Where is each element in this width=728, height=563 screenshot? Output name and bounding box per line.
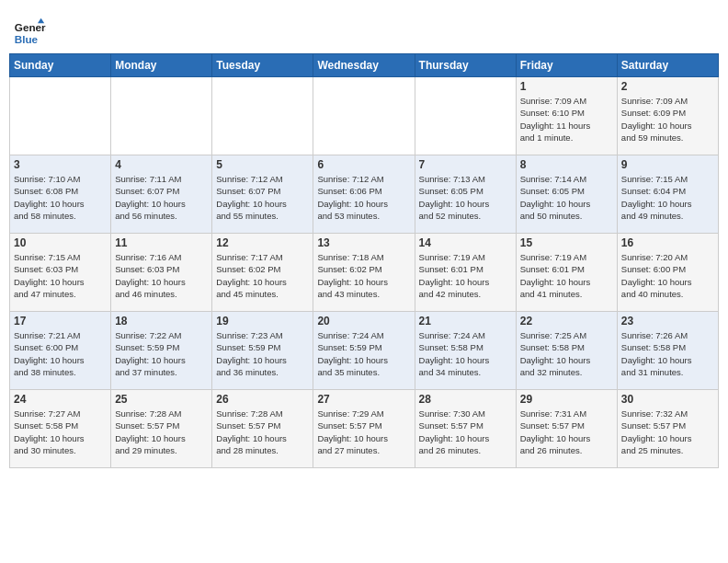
day-detail: Sunrise: 7:16 AM Sunset: 6:03 PM Dayligh… xyxy=(115,251,208,300)
day-number: 30 xyxy=(621,393,714,406)
calendar-cell xyxy=(10,77,111,155)
calendar-cell: 11Sunrise: 7:16 AM Sunset: 6:03 PM Dayli… xyxy=(111,234,212,312)
day-detail: Sunrise: 7:27 AM Sunset: 5:58 PM Dayligh… xyxy=(14,408,107,456)
day-number: 14 xyxy=(419,236,512,249)
day-number: 22 xyxy=(520,315,613,327)
calendar-cell: 24Sunrise: 7:27 AM Sunset: 5:58 PM Dayli… xyxy=(10,390,111,468)
calendar-cell xyxy=(111,77,212,155)
day-number: 18 xyxy=(115,315,208,327)
calendar-cell: 15Sunrise: 7:19 AM Sunset: 6:01 PM Dayli… xyxy=(516,234,617,312)
day-number: 26 xyxy=(216,393,309,406)
day-number: 29 xyxy=(520,393,613,406)
weekday-header: Wednesday xyxy=(313,54,415,77)
calendar-cell: 9Sunrise: 7:15 AM Sunset: 6:04 PM Daylig… xyxy=(617,155,718,234)
calendar-table: SundayMondayTuesdayWednesdayThursdayFrid… xyxy=(9,53,719,468)
day-detail: Sunrise: 7:11 AM Sunset: 6:07 PM Dayligh… xyxy=(115,173,208,222)
day-number: 5 xyxy=(216,158,309,171)
day-number: 7 xyxy=(419,158,512,171)
day-detail: Sunrise: 7:21 AM Sunset: 6:00 PM Dayligh… xyxy=(14,329,107,378)
day-number: 11 xyxy=(115,236,208,249)
day-number: 19 xyxy=(216,315,309,327)
calendar-cell: 28Sunrise: 7:30 AM Sunset: 5:57 PM Dayli… xyxy=(415,390,516,468)
day-number: 6 xyxy=(317,158,410,171)
day-detail: Sunrise: 7:25 AM Sunset: 5:58 PM Dayligh… xyxy=(520,329,613,378)
day-detail: Sunrise: 7:26 AM Sunset: 5:58 PM Dayligh… xyxy=(621,329,714,378)
day-number: 24 xyxy=(14,393,107,406)
svg-text:Blue: Blue xyxy=(15,33,39,45)
day-number: 9 xyxy=(621,158,714,171)
day-detail: Sunrise: 7:13 AM Sunset: 6:05 PM Dayligh… xyxy=(419,173,512,222)
day-number: 12 xyxy=(216,236,309,249)
calendar-cell: 12Sunrise: 7:17 AM Sunset: 6:02 PM Dayli… xyxy=(212,234,313,312)
calendar-cell: 7Sunrise: 7:13 AM Sunset: 6:05 PM Daylig… xyxy=(415,155,516,234)
calendar-cell: 19Sunrise: 7:23 AM Sunset: 5:59 PM Dayli… xyxy=(212,312,313,390)
calendar-cell: 5Sunrise: 7:12 AM Sunset: 6:07 PM Daylig… xyxy=(212,155,313,234)
day-detail: Sunrise: 7:18 AM Sunset: 6:02 PM Dayligh… xyxy=(317,251,410,300)
day-number: 10 xyxy=(14,236,107,249)
calendar-cell: 2Sunrise: 7:09 AM Sunset: 6:09 PM Daylig… xyxy=(617,77,718,155)
day-number: 1 xyxy=(520,80,613,93)
calendar-cell: 13Sunrise: 7:18 AM Sunset: 6:02 PM Dayli… xyxy=(313,234,415,312)
logo-icon: General Blue xyxy=(13,17,46,50)
day-number: 25 xyxy=(115,393,208,406)
day-detail: Sunrise: 7:24 AM Sunset: 5:59 PM Dayligh… xyxy=(317,329,410,378)
day-detail: Sunrise: 7:09 AM Sunset: 6:09 PM Dayligh… xyxy=(621,95,714,144)
day-detail: Sunrise: 7:19 AM Sunset: 6:01 PM Dayligh… xyxy=(419,251,512,300)
calendar-cell: 4Sunrise: 7:11 AM Sunset: 6:07 PM Daylig… xyxy=(111,155,212,234)
day-number: 13 xyxy=(317,236,410,249)
day-detail: Sunrise: 7:09 AM Sunset: 6:10 PM Dayligh… xyxy=(520,95,613,144)
calendar-cell: 14Sunrise: 7:19 AM Sunset: 6:01 PM Dayli… xyxy=(415,234,516,312)
day-number: 15 xyxy=(520,236,613,249)
day-detail: Sunrise: 7:22 AM Sunset: 5:59 PM Dayligh… xyxy=(115,329,208,378)
weekday-header: Friday xyxy=(516,54,617,77)
weekday-header: Saturday xyxy=(617,54,718,77)
calendar-cell: 29Sunrise: 7:31 AM Sunset: 5:57 PM Dayli… xyxy=(516,390,617,468)
day-number: 28 xyxy=(419,393,512,406)
calendar-cell: 25Sunrise: 7:28 AM Sunset: 5:57 PM Dayli… xyxy=(111,390,212,468)
weekday-header: Thursday xyxy=(415,54,516,77)
day-number: 23 xyxy=(621,315,714,327)
day-detail: Sunrise: 7:15 AM Sunset: 6:03 PM Dayligh… xyxy=(14,251,107,300)
calendar-cell: 18Sunrise: 7:22 AM Sunset: 5:59 PM Dayli… xyxy=(111,312,212,390)
calendar-cell: 3Sunrise: 7:10 AM Sunset: 6:08 PM Daylig… xyxy=(10,155,111,234)
weekday-header: Tuesday xyxy=(212,54,313,77)
calendar-cell: 21Sunrise: 7:24 AM Sunset: 5:58 PM Dayli… xyxy=(415,312,516,390)
calendar-cell xyxy=(415,77,516,155)
calendar-cell: 17Sunrise: 7:21 AM Sunset: 6:00 PM Dayli… xyxy=(10,312,111,390)
calendar-cell: 23Sunrise: 7:26 AM Sunset: 5:58 PM Dayli… xyxy=(617,312,718,390)
day-detail: Sunrise: 7:28 AM Sunset: 5:57 PM Dayligh… xyxy=(216,408,309,456)
day-number: 16 xyxy=(621,236,714,249)
day-number: 17 xyxy=(14,315,107,327)
calendar-cell: 30Sunrise: 7:32 AM Sunset: 5:57 PM Dayli… xyxy=(617,390,718,468)
weekday-header: Sunday xyxy=(10,54,111,77)
day-detail: Sunrise: 7:31 AM Sunset: 5:57 PM Dayligh… xyxy=(520,408,613,456)
calendar-cell: 27Sunrise: 7:29 AM Sunset: 5:57 PM Dayli… xyxy=(313,390,415,468)
calendar-cell: 16Sunrise: 7:20 AM Sunset: 6:00 PM Dayli… xyxy=(617,234,718,312)
logo: General Blue xyxy=(13,17,46,50)
day-detail: Sunrise: 7:15 AM Sunset: 6:04 PM Dayligh… xyxy=(621,173,714,222)
day-detail: Sunrise: 7:23 AM Sunset: 5:59 PM Dayligh… xyxy=(216,329,309,378)
day-number: 21 xyxy=(419,315,512,327)
day-number: 3 xyxy=(14,158,107,171)
day-detail: Sunrise: 7:24 AM Sunset: 5:58 PM Dayligh… xyxy=(419,329,512,378)
day-number: 20 xyxy=(317,315,410,327)
day-number: 2 xyxy=(621,80,714,93)
day-detail: Sunrise: 7:12 AM Sunset: 6:06 PM Dayligh… xyxy=(317,173,410,222)
day-detail: Sunrise: 7:30 AM Sunset: 5:57 PM Dayligh… xyxy=(419,408,512,456)
weekday-header: Monday xyxy=(111,54,212,77)
calendar-cell: 22Sunrise: 7:25 AM Sunset: 5:58 PM Dayli… xyxy=(516,312,617,390)
calendar-cell: 10Sunrise: 7:15 AM Sunset: 6:03 PM Dayli… xyxy=(10,234,111,312)
day-detail: Sunrise: 7:17 AM Sunset: 6:02 PM Dayligh… xyxy=(216,251,309,300)
day-detail: Sunrise: 7:20 AM Sunset: 6:00 PM Dayligh… xyxy=(621,251,714,300)
day-detail: Sunrise: 7:14 AM Sunset: 6:05 PM Dayligh… xyxy=(520,173,613,222)
day-detail: Sunrise: 7:32 AM Sunset: 5:57 PM Dayligh… xyxy=(621,408,714,456)
day-number: 27 xyxy=(317,393,410,406)
calendar-cell: 20Sunrise: 7:24 AM Sunset: 5:59 PM Dayli… xyxy=(313,312,415,390)
day-detail: Sunrise: 7:28 AM Sunset: 5:57 PM Dayligh… xyxy=(115,408,208,456)
day-detail: Sunrise: 7:19 AM Sunset: 6:01 PM Dayligh… xyxy=(520,251,613,300)
day-number: 8 xyxy=(520,158,613,171)
calendar-cell xyxy=(313,77,415,155)
day-detail: Sunrise: 7:12 AM Sunset: 6:07 PM Dayligh… xyxy=(216,173,309,222)
calendar-cell: 26Sunrise: 7:28 AM Sunset: 5:57 PM Dayli… xyxy=(212,390,313,468)
day-number: 4 xyxy=(115,158,208,171)
